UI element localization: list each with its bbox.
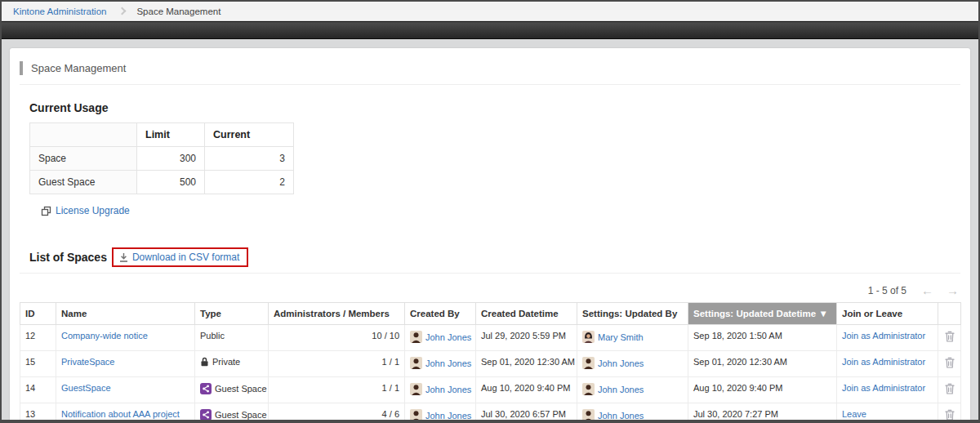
space-name-link[interactable]: PrivateSpace xyxy=(61,357,114,367)
user-avatar xyxy=(410,357,422,369)
delete-space-button[interactable] xyxy=(945,409,955,421)
cell-delete-space xyxy=(938,403,961,423)
updated-by-user-link[interactable]: John Jones xyxy=(598,385,644,394)
cell-space-name: Notification about AAA project xyxy=(56,403,195,423)
space-row-13: 13Notification about AAA projectGuest Sp… xyxy=(20,403,961,423)
cell-space-id: 13 xyxy=(20,403,56,423)
delete-space-button[interactable] xyxy=(945,331,955,342)
sorted-column-label: Settings: Updated Datetime xyxy=(693,309,816,318)
cell-join-or-leave: Join as Administrator xyxy=(837,351,938,377)
cell-settings-updated-by: John Jones xyxy=(577,403,688,423)
col-header-type[interactable]: Type xyxy=(195,303,269,325)
col-header-settings-updated-by[interactable]: Settings: Updated By xyxy=(577,303,688,325)
created-by-user-link[interactable]: John Jones xyxy=(425,411,471,421)
breadcrumb-kintone-administration[interactable]: Kintone Administration xyxy=(13,7,106,16)
cell-settings-updated-by: Mary Smith xyxy=(577,325,688,351)
guest-space-icon xyxy=(200,383,212,394)
space-name-link[interactable]: Company-wide notice xyxy=(61,331,148,341)
usage-col-blank xyxy=(30,123,137,147)
chevron-right-icon xyxy=(118,7,127,16)
cell-created-by: John Jones xyxy=(405,403,476,423)
cell-settings-updated-datetime: Sep 18, 2020 1:50 AM xyxy=(688,325,837,351)
user-avatar xyxy=(582,409,595,421)
space-type-label: Guest Space xyxy=(215,410,267,420)
cell-administrators-members: 4 / 6 xyxy=(269,403,405,423)
current-usage-heading: Current Usage xyxy=(29,101,960,114)
cell-administrators-members: 1 / 1 xyxy=(269,377,405,403)
lock-icon xyxy=(200,357,209,367)
pagination-next-arrow[interactable]: → xyxy=(947,283,959,297)
space-type-label: Private xyxy=(212,357,240,367)
space-name-link[interactable]: GuestSpace xyxy=(61,383,111,393)
cell-administrators-members: 10 / 10 xyxy=(269,325,405,351)
cell-settings-updated-datetime: Aug 10, 2020 9:40 PM xyxy=(688,377,837,403)
cell-created-datetime: Aug 10, 2020 9:40 PM xyxy=(476,377,577,403)
license-upgrade-link[interactable]: License Upgrade xyxy=(56,205,130,216)
cell-created-datetime: Jul 29, 2020 5:59 PM xyxy=(476,325,577,351)
space-row-14: 14GuestSpaceGuest Space1 / 1John JonesAu… xyxy=(20,377,961,403)
cell-space-id: 15 xyxy=(20,351,56,377)
created-by-user-link[interactable]: John Jones xyxy=(425,385,471,394)
trash-icon xyxy=(945,358,955,371)
pagination: 1 - 5 of 5 ← → xyxy=(20,283,959,297)
cell-delete-space xyxy=(938,325,961,351)
external-window-icon xyxy=(41,206,51,216)
list-of-spaces-heading: List of Spaces xyxy=(29,251,107,264)
col-header-join-or-leave[interactable]: Join or Leave xyxy=(837,303,938,325)
cell-join-or-leave: Join as Administrator xyxy=(837,325,938,351)
cell-settings-updated-by: John Jones xyxy=(577,351,688,377)
join-or-leave-link[interactable]: Join as Administrator xyxy=(842,357,925,367)
guest-space-icon xyxy=(200,409,212,421)
download-csv-link[interactable]: Download in CSV format xyxy=(132,252,239,263)
user-avatar xyxy=(582,383,595,395)
updated-by-user-link[interactable]: John Jones xyxy=(598,358,644,368)
created-by-user-link[interactable]: John Jones xyxy=(425,332,471,342)
space-type-label: Guest Space xyxy=(215,384,267,394)
pagination-range: 1 - 5 of 5 xyxy=(868,285,906,296)
col-header-settings-updated-datetime[interactable]: Settings: Updated Datetime ▼ xyxy=(688,303,837,325)
content-card: Space Management Current Usage Limit Cur… xyxy=(10,48,970,423)
space-type-label: Public xyxy=(200,331,225,341)
space-name-link[interactable]: Notification about AAA project xyxy=(61,409,180,419)
current-usage-table: Limit Current Space 300 3 Guest Space 50… xyxy=(29,122,294,194)
space-row-15: 15PrivateSpacePrivate1 / 1John JonesSep … xyxy=(20,351,961,377)
col-header-members[interactable]: Administrators / Members xyxy=(269,303,405,325)
updated-by-user-link[interactable]: Mary Smith xyxy=(598,332,644,342)
usage-col-limit: Limit xyxy=(137,123,205,147)
updated-by-user-link[interactable]: John Jones xyxy=(598,411,644,421)
cell-created-by: John Jones xyxy=(405,351,476,377)
cell-join-or-leave: Join as Administrator xyxy=(837,377,938,403)
cell-created-datetime: Jul 30, 2020 6:57 PM xyxy=(476,403,577,423)
join-or-leave-link[interactable]: Leave xyxy=(842,409,866,419)
delete-space-button[interactable] xyxy=(945,383,955,394)
col-header-name[interactable]: Name xyxy=(56,303,195,325)
cell-space-type: Guest Space xyxy=(195,377,269,403)
usage-limit-value: 500 xyxy=(137,171,205,194)
join-or-leave-link[interactable]: Join as Administrator xyxy=(842,331,925,341)
created-by-user-link[interactable]: John Jones xyxy=(425,358,471,368)
pagination-prev-arrow[interactable]: ← xyxy=(921,283,933,297)
col-header-created-datetime[interactable]: Created Datetime xyxy=(476,303,577,325)
delete-space-button[interactable] xyxy=(945,357,955,368)
cell-created-by: John Jones xyxy=(405,325,476,351)
cell-settings-updated-datetime: Sep 01, 2020 12:30 AM xyxy=(688,351,837,377)
user-avatar xyxy=(582,331,595,343)
join-or-leave-link[interactable]: Join as Administrator xyxy=(842,383,925,393)
col-header-id[interactable]: ID xyxy=(20,303,56,325)
space-row-12: 12Company-wide noticePublic10 / 10John J… xyxy=(20,325,961,351)
breadcrumb: Kintone Administration Space Management xyxy=(2,2,978,21)
cell-space-type: Private xyxy=(195,351,269,377)
spaces-table: ID Name Type Administrators / Members Cr… xyxy=(20,302,961,423)
trash-icon xyxy=(945,385,955,397)
user-avatar xyxy=(410,383,422,395)
download-icon xyxy=(119,252,128,262)
cell-settings-updated-datetime: Jul 30, 2020 7:27 PM xyxy=(688,403,837,423)
usage-limit-value: 300 xyxy=(137,147,205,171)
cell-space-type: Guest Space xyxy=(195,403,269,423)
cell-space-name: Company-wide notice xyxy=(56,325,195,351)
spaces-header-row: ID Name Type Administrators / Members Cr… xyxy=(20,303,961,325)
annotation-highlight-box: Download in CSV format xyxy=(112,247,248,267)
usage-current-value: 3 xyxy=(205,147,294,171)
col-header-created-by[interactable]: Created By xyxy=(405,303,476,325)
usage-row-guest-space: Guest Space 500 2 xyxy=(30,171,294,194)
